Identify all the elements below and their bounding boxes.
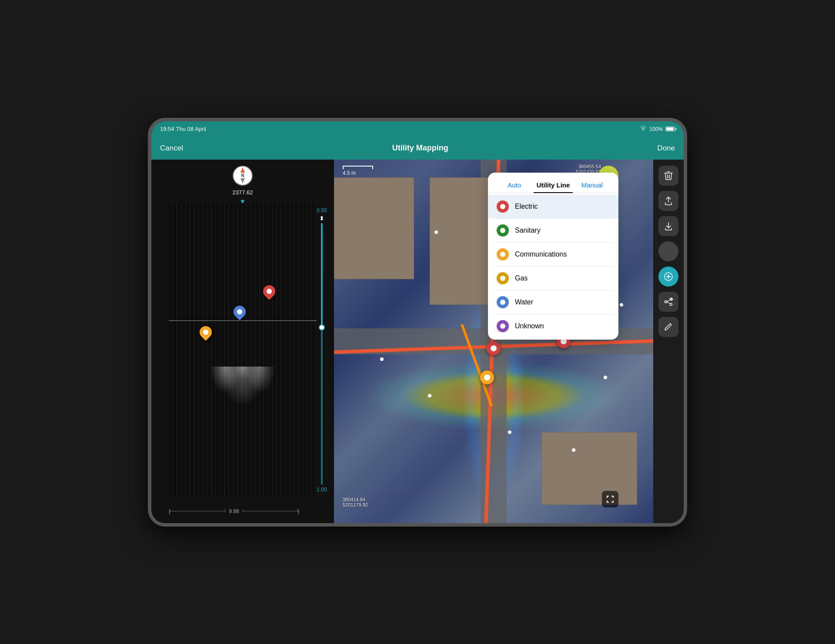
map-scale: 4.5 m: [343, 166, 373, 176]
dropdown-item-sanitary[interactable]: Sanitary: [488, 219, 618, 242]
depth-min-label: 0.50: [317, 207, 327, 214]
compass-inner: N: [240, 167, 245, 184]
scale-line: [343, 166, 373, 169]
communications-label: Communications: [515, 250, 567, 258]
gpr-panel: N 2377.62 ▼: [151, 160, 334, 523]
dot-4: [380, 357, 384, 361]
tab-auto[interactable]: Auto: [495, 178, 534, 193]
pencil-button[interactable]: [658, 317, 678, 337]
sanitary-label: Sanitary: [515, 227, 541, 234]
battery-icon: [665, 127, 675, 131]
width-measure: | 9.98 |: [169, 508, 299, 514]
slider-thumb[interactable]: [319, 324, 325, 330]
map-coords-bottom-left: 380414.84 5201179.92: [343, 497, 368, 507]
map-pin-inner: [491, 345, 497, 351]
measure-line-right: [243, 511, 298, 511]
dropdown-items-list: Electric Sanitary: [488, 193, 618, 340]
measure-line: [170, 511, 225, 511]
utility-type-dropdown: Auto Utility Line Manual Electric: [488, 173, 618, 340]
dropdown-item-communications[interactable]: Communications: [488, 243, 618, 266]
depth-value: 2377.62: [233, 189, 253, 196]
electric-label: Electric: [515, 203, 538, 210]
tab-manual[interactable]: Manual: [573, 178, 611, 193]
status-time-date: 19:54 Thu 08 April: [160, 126, 206, 132]
share-button[interactable]: [658, 191, 678, 211]
measure-right-tick: |: [298, 508, 299, 514]
scale-label: 4.5 m: [343, 170, 356, 176]
download-button[interactable]: [658, 216, 678, 236]
dropdown-item-unknown[interactable]: Unknown: [488, 314, 618, 338]
communications-icon: [497, 248, 509, 260]
building-2: [334, 177, 414, 279]
unknown-icon: [497, 320, 509, 332]
status-bar: 19:54 Thu 08 April 100%: [151, 121, 684, 137]
compass: N: [233, 166, 253, 186]
page-title: Utility Mapping: [392, 143, 448, 153]
gas-label: Gas: [515, 274, 528, 282]
water-icon: [497, 296, 509, 308]
unknown-label: Unknown: [515, 322, 544, 330]
gpr-scan-view: [169, 203, 317, 497]
coord-tr-1: 380455.54: [576, 164, 601, 169]
dot-8: [604, 376, 607, 379]
tab-utility-line[interactable]: Utility Line: [534, 178, 572, 193]
device-frame: 19:54 Thu 08 April 100% Cancel Utility M…: [148, 118, 687, 527]
dot-7: [572, 448, 575, 452]
circle-button-1[interactable]: [658, 241, 678, 261]
slider-arrows: ⬍: [319, 215, 324, 221]
done-button[interactable]: Done: [657, 144, 675, 153]
delete-button[interactable]: [658, 166, 678, 186]
slider-track[interactable]: [321, 223, 323, 485]
dot-6: [508, 430, 511, 434]
nav-bar: Cancel Utility Mapping Done: [151, 137, 684, 160]
dot-5: [428, 394, 431, 397]
fullscreen-button[interactable]: [602, 491, 618, 507]
compass-south-arrow: [240, 178, 245, 184]
gpr-pin-blue[interactable]: [233, 306, 247, 323]
water-label: Water: [515, 298, 533, 306]
width-value: 9.98: [225, 508, 242, 514]
status-icons: 100%: [640, 126, 675, 132]
wifi-icon: [640, 126, 647, 132]
battery-text: 100%: [649, 126, 663, 132]
add-node-button[interactable]: [658, 267, 678, 287]
gpr-pin-red[interactable]: [262, 285, 276, 303]
depth-max-label: 1.00: [317, 487, 327, 493]
coord-bl-1: 380414.84: [343, 497, 368, 502]
dot-3: [434, 230, 438, 234]
map-pin-red-center[interactable]: [487, 341, 501, 355]
cancel-button[interactable]: Cancel: [160, 144, 183, 153]
pin-icon-orange: [197, 324, 214, 341]
gpr-pin-orange[interactable]: [199, 326, 213, 344]
dropdown-item-electric[interactable]: Electric: [488, 195, 618, 218]
gas-icon: [497, 272, 509, 284]
main-content: N 2377.62 ▼: [151, 160, 684, 523]
dropdown-item-water[interactable]: Water: [488, 290, 618, 314]
depth-slider[interactable]: 0.50 ⬍ 1.00: [313, 207, 331, 493]
map-panel: 4.5 m 380455.54 5201220.63 380414.84 520…: [334, 160, 653, 523]
network-add-button[interactable]: [658, 292, 678, 312]
svg-point-3: [670, 303, 672, 305]
status-date: Thu 08 April: [176, 126, 206, 132]
building-3: [541, 432, 637, 505]
svg-point-1: [665, 300, 667, 303]
sanitary-icon: [497, 224, 509, 237]
compass-label: N: [241, 173, 244, 178]
depth-label: 2377.62: [233, 189, 253, 196]
coord-bl-2: 5201179.92: [343, 502, 368, 507]
status-time: 19:54: [160, 126, 174, 132]
right-toolbar: [653, 160, 684, 523]
dropdown-item-gas[interactable]: Gas: [488, 267, 618, 290]
map-pin-inner-3: [484, 374, 490, 380]
pin-icon-blue: [231, 303, 248, 320]
dropdown-tabs: Auto Utility Line Manual: [488, 173, 618, 193]
map-pin-orange-bottom[interactable]: [480, 370, 494, 384]
dot-9: [620, 303, 623, 307]
pin-icon-red: [261, 283, 278, 300]
compass-north-arrow: [240, 167, 245, 173]
electric-icon: [497, 200, 509, 213]
